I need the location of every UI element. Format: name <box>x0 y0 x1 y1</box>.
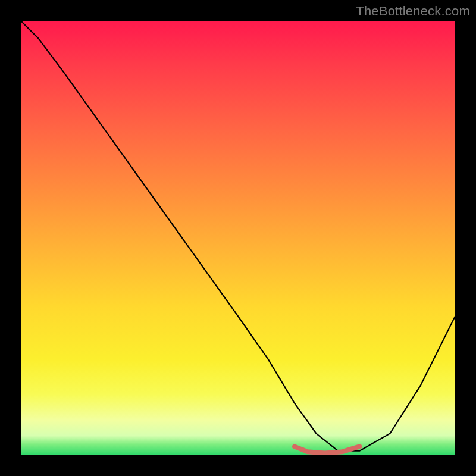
bottleneck-curve-line <box>21 21 455 451</box>
plot-area <box>21 21 455 455</box>
optimal-range-marker-line <box>295 446 360 453</box>
chart-frame: TheBottleneck.com <box>0 0 476 476</box>
watermark-text: TheBottleneck.com <box>356 4 470 19</box>
chart-svg <box>21 21 455 455</box>
